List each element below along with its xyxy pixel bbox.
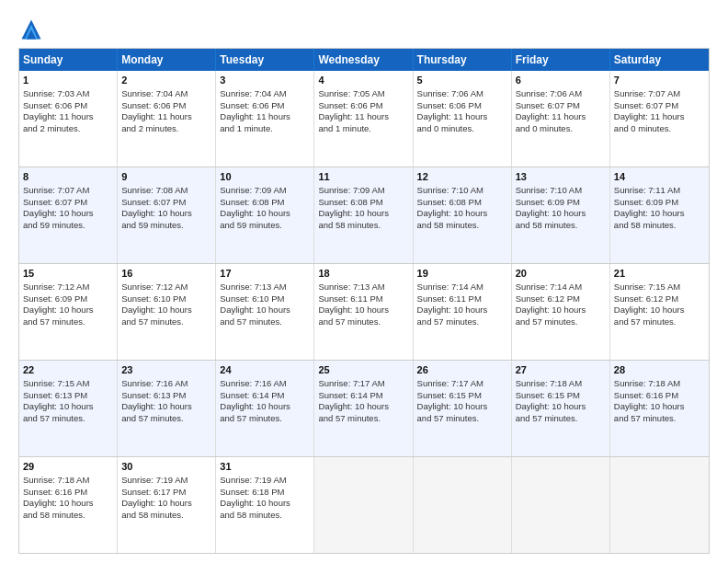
day-number: 3 bbox=[220, 74, 310, 87]
calendar-row-2: 8Sunrise: 7:07 AM Sunset: 6:07 PM Daylig… bbox=[19, 167, 709, 263]
day-info: Sunrise: 7:12 AM Sunset: 6:10 PM Dayligh… bbox=[121, 282, 192, 327]
day-info: Sunrise: 7:06 AM Sunset: 6:07 PM Dayligh… bbox=[516, 88, 586, 133]
day-info: Sunrise: 7:19 AM Sunset: 6:18 PM Dayligh… bbox=[220, 475, 290, 520]
calendar-row-5: 29Sunrise: 7:18 AM Sunset: 6:16 PM Dayli… bbox=[19, 456, 709, 553]
day-info: Sunrise: 7:12 AM Sunset: 6:09 PM Dayligh… bbox=[23, 282, 94, 327]
day-number: 26 bbox=[417, 363, 507, 377]
calendar-cell: 8Sunrise: 7:07 AM Sunset: 6:07 PM Daylig… bbox=[19, 167, 118, 263]
header-day-friday: Friday bbox=[512, 49, 610, 71]
calendar-cell: 11Sunrise: 7:09 AM Sunset: 6:08 PM Dayli… bbox=[314, 167, 413, 263]
day-info: Sunrise: 7:16 AM Sunset: 6:13 PM Dayligh… bbox=[121, 378, 192, 423]
calendar-cell: 21Sunrise: 7:15 AM Sunset: 6:12 PM Dayli… bbox=[610, 264, 709, 360]
day-number: 13 bbox=[516, 170, 606, 184]
calendar-cell: 27Sunrise: 7:18 AM Sunset: 6:15 PM Dayli… bbox=[512, 361, 610, 456]
day-number: 11 bbox=[318, 170, 408, 184]
day-number: 12 bbox=[417, 170, 507, 184]
calendar-row-4: 22Sunrise: 7:15 AM Sunset: 6:13 PM Dayli… bbox=[19, 360, 709, 456]
calendar-cell: 18Sunrise: 7:13 AM Sunset: 6:11 PM Dayli… bbox=[314, 264, 413, 360]
day-info: Sunrise: 7:05 AM Sunset: 6:06 PM Dayligh… bbox=[318, 88, 389, 133]
header-day-monday: Monday bbox=[118, 49, 216, 71]
day-number: 21 bbox=[614, 267, 705, 281]
day-info: Sunrise: 7:15 AM Sunset: 6:13 PM Dayligh… bbox=[23, 378, 94, 423]
logo bbox=[18, 17, 48, 42]
calendar-header: SundayMondayTuesdayWednesdayThursdayFrid… bbox=[19, 49, 709, 71]
day-number: 7 bbox=[614, 74, 705, 87]
header-day-sunday: Sunday bbox=[19, 49, 118, 71]
header bbox=[18, 17, 710, 42]
day-number: 27 bbox=[516, 363, 606, 377]
day-number: 5 bbox=[417, 74, 507, 87]
day-number: 22 bbox=[23, 363, 113, 377]
day-info: Sunrise: 7:07 AM Sunset: 6:07 PM Dayligh… bbox=[614, 88, 685, 133]
header-day-wednesday: Wednesday bbox=[314, 49, 413, 71]
day-info: Sunrise: 7:04 AM Sunset: 6:06 PM Dayligh… bbox=[121, 88, 192, 133]
day-info: Sunrise: 7:06 AM Sunset: 6:06 PM Dayligh… bbox=[417, 88, 488, 133]
calendar-row-1: 1Sunrise: 7:03 AM Sunset: 6:06 PM Daylig… bbox=[19, 71, 709, 167]
day-number: 30 bbox=[121, 460, 211, 474]
calendar-cell: 14Sunrise: 7:11 AM Sunset: 6:09 PM Dayli… bbox=[610, 167, 709, 263]
day-info: Sunrise: 7:16 AM Sunset: 6:14 PM Dayligh… bbox=[220, 378, 290, 423]
calendar-cell: 5Sunrise: 7:06 AM Sunset: 6:06 PM Daylig… bbox=[414, 71, 512, 167]
day-number: 15 bbox=[23, 267, 113, 281]
day-info: Sunrise: 7:13 AM Sunset: 6:11 PM Dayligh… bbox=[318, 282, 389, 327]
calendar: SundayMondayTuesdayWednesdayThursdayFrid… bbox=[18, 48, 710, 554]
calendar-cell: 20Sunrise: 7:14 AM Sunset: 6:12 PM Dayli… bbox=[512, 264, 610, 360]
day-info: Sunrise: 7:10 AM Sunset: 6:09 PM Dayligh… bbox=[516, 185, 586, 230]
calendar-cell: 29Sunrise: 7:18 AM Sunset: 6:16 PM Dayli… bbox=[19, 457, 118, 553]
calendar-cell: 1Sunrise: 7:03 AM Sunset: 6:06 PM Daylig… bbox=[19, 71, 118, 167]
calendar-cell: 12Sunrise: 7:10 AM Sunset: 6:08 PM Dayli… bbox=[414, 167, 512, 263]
page: SundayMondayTuesdayWednesdayThursdayFrid… bbox=[0, 0, 728, 563]
day-info: Sunrise: 7:17 AM Sunset: 6:15 PM Dayligh… bbox=[417, 378, 488, 423]
calendar-cell: 7Sunrise: 7:07 AM Sunset: 6:07 PM Daylig… bbox=[610, 71, 709, 167]
day-info: Sunrise: 7:19 AM Sunset: 6:17 PM Dayligh… bbox=[121, 475, 192, 520]
day-info: Sunrise: 7:15 AM Sunset: 6:12 PM Dayligh… bbox=[614, 282, 685, 327]
calendar-cell: 28Sunrise: 7:18 AM Sunset: 6:16 PM Dayli… bbox=[610, 361, 709, 456]
day-number: 16 bbox=[121, 267, 211, 281]
day-number: 25 bbox=[318, 363, 408, 377]
day-number: 4 bbox=[318, 74, 408, 87]
calendar-row-3: 15Sunrise: 7:12 AM Sunset: 6:09 PM Dayli… bbox=[19, 263, 709, 360]
day-number: 20 bbox=[516, 267, 606, 281]
day-info: Sunrise: 7:18 AM Sunset: 6:15 PM Dayligh… bbox=[516, 378, 586, 423]
day-number: 17 bbox=[220, 267, 310, 281]
day-info: Sunrise: 7:13 AM Sunset: 6:10 PM Dayligh… bbox=[220, 282, 290, 327]
header-day-tuesday: Tuesday bbox=[216, 49, 314, 71]
day-number: 8 bbox=[23, 170, 113, 184]
day-info: Sunrise: 7:04 AM Sunset: 6:06 PM Dayligh… bbox=[220, 88, 290, 133]
calendar-cell bbox=[610, 457, 709, 553]
day-info: Sunrise: 7:14 AM Sunset: 6:12 PM Dayligh… bbox=[516, 282, 586, 327]
day-number: 14 bbox=[614, 170, 705, 184]
day-info: Sunrise: 7:07 AM Sunset: 6:07 PM Dayligh… bbox=[23, 185, 94, 230]
calendar-cell: 6Sunrise: 7:06 AM Sunset: 6:07 PM Daylig… bbox=[512, 71, 610, 167]
day-number: 1 bbox=[23, 74, 113, 87]
calendar-cell: 13Sunrise: 7:10 AM Sunset: 6:09 PM Dayli… bbox=[512, 167, 610, 263]
header-day-saturday: Saturday bbox=[610, 49, 709, 71]
day-number: 24 bbox=[220, 363, 310, 377]
calendar-cell bbox=[512, 457, 610, 553]
day-info: Sunrise: 7:03 AM Sunset: 6:06 PM Dayligh… bbox=[23, 88, 94, 133]
day-number: 19 bbox=[417, 267, 507, 281]
header-day-thursday: Thursday bbox=[414, 49, 512, 71]
calendar-cell: 9Sunrise: 7:08 AM Sunset: 6:07 PM Daylig… bbox=[118, 167, 216, 263]
day-number: 2 bbox=[121, 74, 211, 87]
calendar-cell bbox=[414, 457, 512, 553]
day-info: Sunrise: 7:10 AM Sunset: 6:08 PM Dayligh… bbox=[417, 185, 488, 230]
day-info: Sunrise: 7:09 AM Sunset: 6:08 PM Dayligh… bbox=[318, 185, 389, 230]
calendar-cell: 4Sunrise: 7:05 AM Sunset: 6:06 PM Daylig… bbox=[314, 71, 413, 167]
day-number: 29 bbox=[23, 460, 113, 474]
calendar-cell: 10Sunrise: 7:09 AM Sunset: 6:08 PM Dayli… bbox=[216, 167, 314, 263]
calendar-cell: 19Sunrise: 7:14 AM Sunset: 6:11 PM Dayli… bbox=[414, 264, 512, 360]
calendar-cell: 3Sunrise: 7:04 AM Sunset: 6:06 PM Daylig… bbox=[216, 71, 314, 167]
calendar-cell: 23Sunrise: 7:16 AM Sunset: 6:13 PM Dayli… bbox=[118, 361, 216, 456]
calendar-cell: 16Sunrise: 7:12 AM Sunset: 6:10 PM Dayli… bbox=[118, 264, 216, 360]
day-info: Sunrise: 7:08 AM Sunset: 6:07 PM Dayligh… bbox=[121, 185, 192, 230]
calendar-cell: 31Sunrise: 7:19 AM Sunset: 6:18 PM Dayli… bbox=[216, 457, 314, 553]
calendar-cell: 22Sunrise: 7:15 AM Sunset: 6:13 PM Dayli… bbox=[19, 361, 118, 456]
day-info: Sunrise: 7:11 AM Sunset: 6:09 PM Dayligh… bbox=[614, 185, 685, 230]
day-info: Sunrise: 7:14 AM Sunset: 6:11 PM Dayligh… bbox=[417, 282, 488, 327]
day-number: 31 bbox=[220, 460, 310, 474]
day-number: 28 bbox=[614, 363, 705, 377]
calendar-cell: 24Sunrise: 7:16 AM Sunset: 6:14 PM Dayli… bbox=[216, 361, 314, 456]
calendar-cell: 2Sunrise: 7:04 AM Sunset: 6:06 PM Daylig… bbox=[118, 71, 216, 167]
day-number: 10 bbox=[220, 170, 310, 184]
